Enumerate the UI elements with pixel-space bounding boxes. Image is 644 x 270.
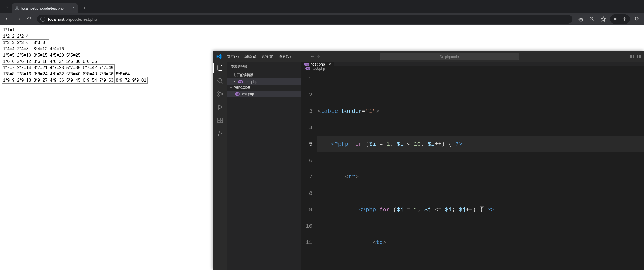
table-cell: 3*5=15 <box>32 52 49 58</box>
explorer-more-icon[interactable]: ··· <box>294 65 297 69</box>
line-number-gutter: 1 2 3 4 5 6 7 8 9 10 11 <box>301 71 317 270</box>
table-cell: 6*7=42 <box>82 65 98 71</box>
vscode-titlebar: 文件(F) 编辑(E) 选择(S) 查看(V) ··· phpcode <box>213 51 644 62</box>
svg-point-16 <box>624 19 625 20</box>
nav-forward-icon[interactable] <box>316 54 320 59</box>
table-cell: 5*5=25 <box>65 52 82 58</box>
translate-icon[interactable] <box>576 14 585 24</box>
explorer-title: 资源管理器 <box>231 64 247 69</box>
code-content[interactable]: <table border="1"> <?php for ($i = 1; $i… <box>317 71 644 270</box>
tabs-dropdown-button[interactable] <box>2 2 12 12</box>
forward-button[interactable] <box>14 14 23 24</box>
svg-line-20 <box>442 57 443 58</box>
open-editors-section[interactable]: 打开的编辑器 <box>227 72 301 78</box>
address-bar[interactable]: i localhost/phpcode/test.php <box>37 15 572 24</box>
activity-search-icon[interactable] <box>216 77 224 85</box>
svg-rect-32 <box>218 121 220 123</box>
table-cell: 1*7=7 <box>2 65 16 71</box>
back-button[interactable] <box>3 14 12 24</box>
project-file[interactable]: php test.php <box>227 91 301 97</box>
nav-arrows <box>311 54 320 59</box>
zoom-icon[interactable] <box>587 14 596 24</box>
reload-button[interactable] <box>25 14 34 24</box>
table-cell: 8*8=64 <box>115 71 131 77</box>
open-editor-filename: test.php <box>245 80 257 84</box>
chevron-down-icon <box>229 86 233 89</box>
table-cell: 1*9=9 <box>2 77 16 84</box>
menu-file[interactable]: 文件(F) <box>225 53 241 60</box>
table-cell: 1*8=8 <box>2 71 16 77</box>
command-center-text: phpcode <box>445 55 459 59</box>
editor-tab[interactable]: php test.php × <box>301 62 335 66</box>
layout-panel-left-icon[interactable] <box>630 54 634 59</box>
vscode-window: 文件(F) 编辑(E) 选择(S) 查看(V) ··· phpcode <box>213 51 644 270</box>
extensions-puzzle-icon[interactable] <box>632 14 641 24</box>
table-cell: 2*9=18 <box>16 77 32 84</box>
chevron-down-icon <box>229 74 233 77</box>
editor-tab-close-icon[interactable]: × <box>329 62 331 66</box>
table-cell: 1*3=3 <box>2 40 16 46</box>
svg-rect-14 <box>614 18 616 20</box>
activity-source-control-icon[interactable] <box>216 90 224 98</box>
menu-more-icon[interactable]: ··· <box>294 54 301 60</box>
table-row: 1*2=22*2=4 <box>2 33 148 40</box>
php-file-icon: php <box>304 63 309 66</box>
table-cell: 5*8=40 <box>65 71 82 77</box>
menu-view[interactable]: 查看(V) <box>277 53 293 60</box>
toolbar-right <box>576 14 641 24</box>
editor-tab-name: test.php <box>311 62 325 66</box>
svg-marker-13 <box>601 17 606 22</box>
site-info-icon[interactable]: i <box>40 17 45 22</box>
project-section[interactable]: PHPCODE <box>227 85 301 91</box>
new-tab-button[interactable] <box>80 4 89 12</box>
table-cell: 1*2=2 <box>2 33 16 40</box>
table-cell: 1*1=1 <box>2 27 16 33</box>
table-cell: 3*6=18 <box>32 58 49 65</box>
nav-back-icon[interactable] <box>311 54 315 59</box>
svg-line-26 <box>221 82 223 83</box>
activity-extensions-icon[interactable] <box>216 116 224 124</box>
extension-icon-2[interactable] <box>621 16 628 23</box>
tab-title: localhost/phpcode/test.php <box>21 6 64 10</box>
table-row: 1*4=42*4=83*4=124*4=16 <box>2 46 148 52</box>
table-cell: 7*8=56 <box>98 71 115 77</box>
command-center[interactable]: phpcode <box>380 53 519 60</box>
table-cell: 1*6=6 <box>2 58 16 65</box>
table-cell: 6*8=48 <box>82 71 98 77</box>
table-cell: 2*5=10 <box>16 52 32 58</box>
menu-edit[interactable]: 编辑(E) <box>242 53 258 60</box>
activity-testing-icon[interactable] <box>216 130 224 137</box>
table-cell: 2*7=14 <box>16 65 32 71</box>
browser-tab[interactable]: localhost/phpcode/test.php <box>12 3 78 13</box>
editor-tabs: php test.php × <box>301 62 644 66</box>
table-cell: 2*2=4 <box>16 33 32 40</box>
table-cell: 6*6=36 <box>82 58 98 65</box>
tab-close-button[interactable] <box>71 6 75 10</box>
table-cell: 6*9=54 <box>82 77 98 84</box>
activity-bar <box>213 62 227 270</box>
activity-run-debug-icon[interactable] <box>216 103 224 111</box>
bookmark-star-icon[interactable] <box>599 14 608 24</box>
svg-rect-23 <box>637 55 641 58</box>
breadcrumb-bar[interactable]: php test.php <box>301 66 644 71</box>
open-editor-file[interactable]: × php test.php <box>227 78 301 85</box>
vscode-logo-icon <box>216 54 222 60</box>
extension-icon-1[interactable] <box>612 16 619 23</box>
table-cell: 2*6=12 <box>16 58 32 65</box>
table-cell: 2*3=6 <box>16 40 32 46</box>
browser-tabbar: localhost/phpcode/test.php <box>0 0 644 13</box>
table-cell: 3*9=27 <box>32 77 49 84</box>
address-text: localhost/phpcode/test.php <box>48 17 97 22</box>
menu-select[interactable]: 选择(S) <box>259 53 275 60</box>
activity-explorer-icon[interactable] <box>216 64 224 72</box>
close-editor-icon[interactable]: × <box>233 80 236 84</box>
php-file-icon: php <box>235 92 240 96</box>
table-cell: 4*9=36 <box>49 77 65 84</box>
multiplication-table: 1*1=11*2=22*2=41*3=32*3=63*3=91*4=42*4=8… <box>2 27 148 84</box>
code-editor[interactable]: 1 2 3 4 5 6 7 8 9 10 11 <table border="1… <box>301 71 644 270</box>
svg-point-25 <box>218 78 222 82</box>
explorer-sidebar: 资源管理器 ··· 打开的编辑器 × php test.php PHPCODE … <box>227 62 301 270</box>
table-cell: 3*7=21 <box>32 65 49 71</box>
svg-rect-34 <box>221 118 223 120</box>
layout-panel-right-icon[interactable] <box>637 54 641 59</box>
